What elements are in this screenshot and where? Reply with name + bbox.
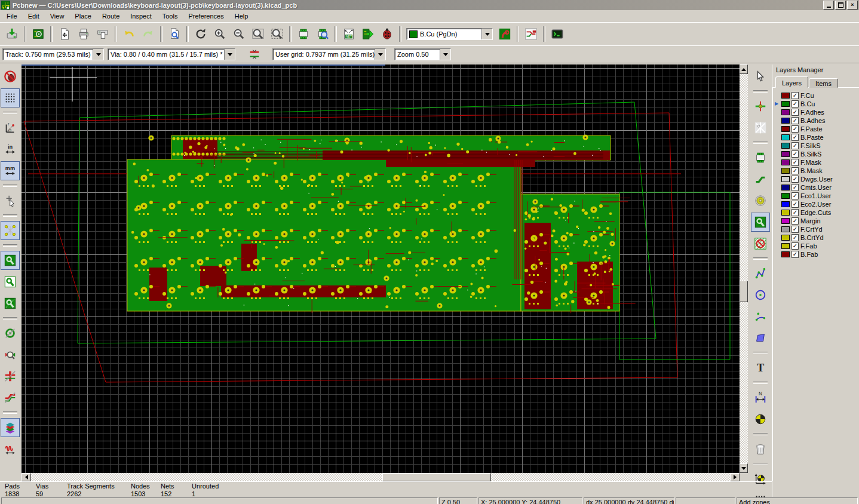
track-width-dropdown-button[interactable] bbox=[93, 49, 103, 60]
layer-color-swatch[interactable] bbox=[781, 151, 790, 157]
menu-tools[interactable]: Tools bbox=[157, 11, 183, 21]
page-settings-button[interactable] bbox=[55, 24, 74, 44]
layer-color-swatch[interactable] bbox=[781, 226, 790, 232]
layer-visible-checkbox[interactable]: ✓ bbox=[791, 234, 799, 241]
layer-row-f-silks[interactable]: ✓F.SilkS bbox=[773, 142, 859, 150]
zoom-out-button[interactable] bbox=[229, 24, 249, 44]
restore-button[interactable] bbox=[835, 1, 846, 10]
pcb-editor-canvas[interactable] bbox=[22, 64, 740, 473]
route-tracks-button[interactable] bbox=[751, 170, 770, 189]
vertical-scroll-thumb[interactable] bbox=[740, 281, 748, 302]
pads-sketch-button[interactable] bbox=[1, 345, 20, 364]
scroll-right-button[interactable] bbox=[730, 473, 740, 481]
layer-color-swatch[interactable] bbox=[781, 193, 790, 199]
add-polygon-button[interactable] bbox=[751, 328, 770, 348]
zoom-select[interactable]: Zoom 0.50 bbox=[394, 48, 451, 60]
menu-edit[interactable]: Edit bbox=[23, 11, 45, 21]
footprint-viewer-button[interactable] bbox=[313, 24, 332, 44]
layer-visible-checkbox[interactable]: ✓ bbox=[791, 176, 799, 183]
via-display-button[interactable] bbox=[495, 24, 514, 44]
scroll-down-button[interactable] bbox=[740, 463, 748, 473]
layer-color-swatch[interactable] bbox=[781, 168, 790, 174]
menu-place[interactable]: Place bbox=[69, 11, 97, 21]
layer-color-swatch[interactable] bbox=[781, 126, 790, 132]
active-layer-dropdown-button[interactable] bbox=[481, 29, 492, 39]
layer-visible-checkbox[interactable]: ✓ bbox=[791, 100, 799, 107]
menu-file[interactable]: File bbox=[1, 11, 23, 21]
layer-color-swatch[interactable] bbox=[781, 118, 790, 124]
menu-view[interactable]: View bbox=[45, 11, 70, 21]
layer-row-b-mask[interactable]: ✓B.Mask bbox=[773, 167, 859, 175]
drc-button[interactable] bbox=[378, 24, 397, 44]
layer-row-eco2-user[interactable]: ✓Eco2.User bbox=[773, 200, 859, 208]
canvas-vertical-scrollbar[interactable] bbox=[740, 64, 748, 473]
save-button[interactable] bbox=[2, 24, 22, 44]
layer-color-swatch[interactable] bbox=[781, 235, 790, 241]
layer-row-edge-cuts[interactable]: ✓Edge.Cuts bbox=[773, 208, 859, 217]
units-mm-button[interactable]: mm bbox=[1, 161, 20, 180]
layer-row-dwgs-user[interactable]: ✓Dwgs.User bbox=[773, 175, 859, 183]
grid-visibility-button[interactable] bbox=[1, 88, 20, 107]
user-grid-dropdown-button[interactable] bbox=[375, 49, 385, 60]
zoom-selection-button[interactable] bbox=[268, 24, 287, 44]
add-dimension-button[interactable]: N bbox=[751, 388, 770, 407]
menu-route[interactable]: Route bbox=[97, 11, 125, 21]
highlight-net-button[interactable] bbox=[751, 97, 770, 116]
tab-items[interactable]: Items bbox=[809, 78, 838, 88]
layer-color-swatch[interactable] bbox=[781, 143, 790, 149]
ratsnest-visibility-button[interactable] bbox=[1, 221, 20, 240]
layers-manager-toggle-button[interactable] bbox=[1, 418, 20, 437]
find-button[interactable] bbox=[165, 24, 184, 44]
tracks-sketch-button[interactable] bbox=[1, 367, 20, 386]
layer-color-swatch[interactable] bbox=[781, 101, 790, 107]
layer-color-swatch[interactable] bbox=[781, 93, 790, 99]
layer-row-f-mask[interactable]: ✓F.Mask bbox=[773, 158, 859, 167]
cursor-shape-button[interactable] bbox=[1, 191, 20, 210]
update-pcb-button[interactable] bbox=[358, 24, 378, 44]
layer-row-b-fab[interactable]: ✓B.Fab bbox=[773, 250, 859, 259]
layer-row-f-adhes[interactable]: ✓F.Adhes bbox=[773, 108, 859, 116]
add-target-button[interactable] bbox=[751, 410, 770, 429]
layer-color-swatch[interactable] bbox=[781, 218, 790, 224]
zones-filled-button[interactable] bbox=[1, 251, 20, 270]
layer-visible-checkbox[interactable]: ✓ bbox=[791, 242, 799, 250]
redraw-button[interactable] bbox=[191, 24, 210, 44]
layer-visible-checkbox[interactable]: ✓ bbox=[791, 217, 799, 225]
horizontal-scroll-thumb[interactable] bbox=[382, 473, 491, 481]
via-size-dropdown-button[interactable] bbox=[224, 49, 235, 60]
polar-coords-button[interactable]: rθ bbox=[1, 118, 20, 137]
zones-outline-button[interactable] bbox=[1, 272, 20, 291]
add-line-button[interactable] bbox=[751, 264, 770, 283]
microwave-toolbar-button[interactable] bbox=[1, 440, 20, 459]
layer-visible-checkbox[interactable]: ✓ bbox=[791, 117, 799, 124]
layer-visible-checkbox[interactable]: ✓ bbox=[791, 92, 799, 99]
via-size-select[interactable]: Via: 0.80 / 0.40 mm (31.5 / 15.7 mils) * bbox=[108, 48, 235, 60]
layer-visible-checkbox[interactable]: ✓ bbox=[791, 226, 799, 233]
layer-visible-checkbox[interactable]: ✓ bbox=[791, 150, 799, 158]
undo-button[interactable] bbox=[119, 24, 139, 44]
layer-color-swatch[interactable] bbox=[781, 243, 790, 249]
load-netlist-button[interactable]: NET bbox=[339, 24, 358, 44]
layer-row-f-fab[interactable]: ✓F.Fab bbox=[773, 242, 859, 250]
zones-sketch-button[interactable] bbox=[1, 294, 20, 313]
layer-visible-checkbox[interactable]: ✓ bbox=[791, 109, 799, 116]
zoom-in-button[interactable] bbox=[210, 24, 229, 44]
layer-visible-checkbox[interactable]: ✓ bbox=[791, 209, 799, 216]
layer-row-f-crtyd[interactable]: ✓F.CrtYd bbox=[773, 225, 859, 233]
select-button[interactable] bbox=[751, 67, 770, 86]
layer-color-swatch[interactable] bbox=[781, 251, 790, 257]
layer-visible-checkbox[interactable]: ✓ bbox=[791, 192, 799, 199]
add-via-button[interactable] bbox=[751, 191, 770, 210]
layer-color-swatch[interactable] bbox=[781, 109, 790, 115]
scroll-left-button[interactable] bbox=[22, 473, 31, 481]
canvas-horizontal-scrollbar[interactable] bbox=[22, 473, 740, 481]
delete-item-button[interactable] bbox=[751, 440, 770, 459]
add-text-button[interactable]: T bbox=[751, 358, 770, 377]
layer-visible-checkbox[interactable]: ✓ bbox=[791, 184, 799, 191]
local-ratsnest-button[interactable] bbox=[751, 118, 770, 137]
layer-row-b-crtyd[interactable]: ✓B.CrtYd bbox=[773, 233, 859, 242]
tab-layers[interactable]: Layers bbox=[775, 76, 808, 88]
layer-color-swatch[interactable] bbox=[781, 176, 790, 182]
plot-button[interactable] bbox=[93, 24, 112, 44]
zoom-dropdown-button[interactable] bbox=[440, 49, 450, 60]
